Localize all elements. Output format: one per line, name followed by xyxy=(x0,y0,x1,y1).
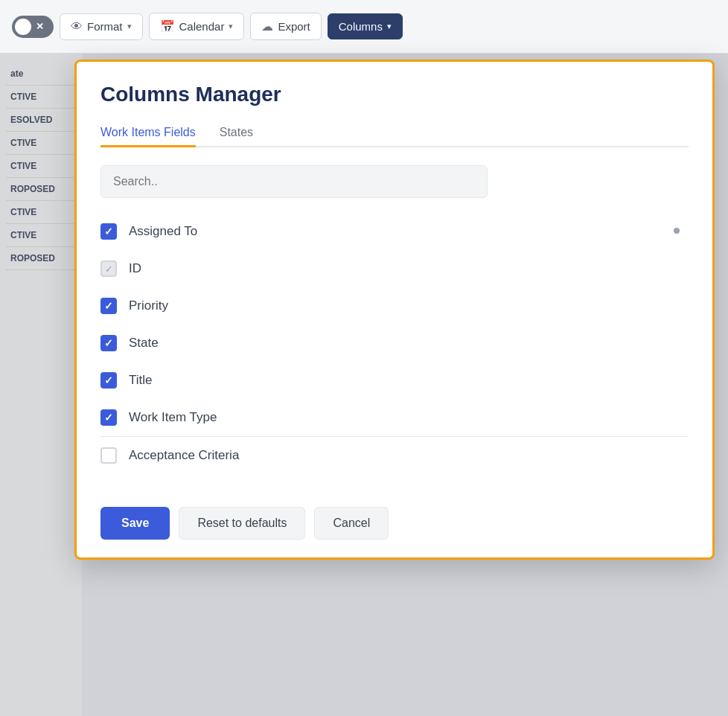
eye-icon: 👁 xyxy=(71,20,83,33)
modal-footer: Save Reset to defaults Cancel xyxy=(77,492,712,557)
format-button[interactable]: 👁 Format ▾ xyxy=(60,13,143,40)
tabs-container: Work Items Fields States xyxy=(100,120,689,147)
list-item: Assigned To xyxy=(100,213,689,250)
fields-list: Assigned ToIDPriorityStateTitleWork Item… xyxy=(100,213,689,474)
list-item: Priority xyxy=(100,287,689,325)
export-icon: ☁ xyxy=(261,19,273,33)
modal-title: Columns Manager xyxy=(100,83,689,106)
calendar-chevron-icon: ▾ xyxy=(229,22,233,31)
save-button[interactable]: Save xyxy=(100,507,170,540)
columns-chevron-icon: ▾ xyxy=(387,22,392,31)
field-label: Work Item Type xyxy=(129,410,217,425)
checkbox-priority[interactable] xyxy=(100,298,117,314)
toggle-circle xyxy=(15,19,31,35)
columns-manager-modal: Columns Manager Work Items Fields States… xyxy=(74,60,715,560)
checkbox-acceptance-criteria[interactable] xyxy=(100,447,117,464)
columns-button[interactable]: Columns ▾ xyxy=(328,13,403,39)
checkbox-state[interactable] xyxy=(100,335,117,351)
field-label: State xyxy=(129,336,159,351)
field-label: Priority xyxy=(129,298,168,313)
reset-button[interactable]: Reset to defaults xyxy=(179,507,305,540)
format-chevron-icon: ▾ xyxy=(127,22,132,31)
checkbox-title[interactable] xyxy=(100,372,117,389)
toolbar: ✕ 👁 Format ▾ 📅 Calendar ▾ ☁ Export Colum… xyxy=(0,0,728,54)
export-label: Export xyxy=(278,20,310,33)
tab-states[interactable]: States xyxy=(220,120,253,147)
field-label: Acceptance Criteria xyxy=(129,448,239,463)
tab-work-items-fields[interactable]: Work Items Fields xyxy=(100,120,196,147)
columns-label: Columns xyxy=(339,20,383,33)
drag-handle-icon xyxy=(674,228,680,234)
calendar-icon: 📅 xyxy=(160,19,175,33)
field-label: Title xyxy=(129,373,153,388)
list-item: ID xyxy=(100,250,689,287)
toggle-x-icon: ✕ xyxy=(36,21,44,32)
toggle-button[interactable]: ✕ xyxy=(12,16,54,38)
checkbox-work-item-type[interactable] xyxy=(100,409,117,426)
calendar-label: Calendar xyxy=(179,20,225,33)
modal-content: Columns Manager Work Items Fields States… xyxy=(77,62,712,492)
export-button[interactable]: ☁ Export xyxy=(250,13,321,40)
list-item: State xyxy=(100,325,689,362)
field-label: Assigned To xyxy=(129,224,197,239)
checkbox-assigned-to[interactable] xyxy=(100,223,117,240)
format-label: Format xyxy=(87,20,123,33)
search-input[interactable] xyxy=(100,165,488,198)
checkbox-id[interactable] xyxy=(100,260,117,277)
calendar-button[interactable]: 📅 Calendar ▾ xyxy=(149,13,245,40)
list-item: Acceptance Criteria xyxy=(100,437,689,474)
cancel-button[interactable]: Cancel xyxy=(314,507,389,540)
list-item: Work Item Type xyxy=(100,399,689,437)
list-item: Title xyxy=(100,362,689,399)
field-label: ID xyxy=(129,261,141,276)
